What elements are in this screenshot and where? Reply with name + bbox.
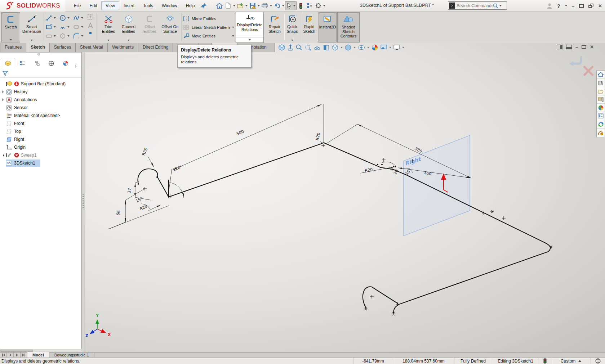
- move-entities-button[interactable]: Move Entities: [183, 32, 234, 40]
- solidworks-forum-icon[interactable]: [597, 120, 605, 129]
- dimension-500[interactable]: 500: [236, 129, 244, 136]
- graphics-viewport[interactable]: Right: [0, 43, 605, 352]
- polygon-tool-button[interactable]: [59, 31, 73, 40]
- tab-direct-editing[interactable]: Direct Editing: [138, 43, 173, 52]
- splitter-grip[interactable]: [83, 194, 84, 209]
- save-caret-icon[interactable]: [258, 5, 260, 6]
- tree-row-3dsketch1[interactable]: 3D 3DSketch1: [0, 159, 81, 167]
- quick-snaps-button[interactable]: Quick Snaps: [285, 12, 299, 42]
- tree-row-right-plane[interactable]: Right: [0, 135, 81, 143]
- search-icon[interactable]: [493, 3, 498, 9]
- file-properties-icon[interactable]: [305, 2, 314, 10]
- rebuild-icon[interactable]: [297, 2, 305, 10]
- linear-pattern-caret-icon[interactable]: [232, 27, 234, 28]
- design-library-icon[interactable]: [597, 79, 605, 87]
- arc-caret-icon[interactable]: [67, 26, 70, 28]
- user-account-icon[interactable]: [547, 3, 552, 9]
- app-close-icon[interactable]: ✕: [598, 3, 602, 9]
- tab-weldments[interactable]: Weldments: [107, 43, 138, 52]
- taskpane-home-icon[interactable]: [597, 71, 605, 79]
- spline-caret-icon[interactable]: [81, 17, 83, 19]
- split-pane-horizontal-icon[interactable]: [566, 45, 572, 49]
- help-icon[interactable]: ?: [557, 3, 560, 9]
- displaymanager-tab[interactable]: [58, 58, 73, 69]
- document-window-controls[interactable]: – ✕: [557, 44, 594, 50]
- zoom-to-fit-icon[interactable]: [278, 44, 285, 51]
- panel-expand-chevron-icon[interactable]: ›: [75, 64, 76, 69]
- propertymanager-tab[interactable]: [15, 58, 30, 69]
- quick-snaps-caret-icon[interactable]: [291, 40, 293, 41]
- menu-insert[interactable]: Insert: [119, 1, 139, 10]
- menu-help[interactable]: Help: [182, 1, 199, 10]
- arc-tool-button[interactable]: [59, 22, 73, 31]
- filter-funnel-icon[interactable]: [2, 71, 8, 76]
- normal-to-icon[interactable]: [287, 44, 294, 51]
- convert-caret-icon[interactable]: [128, 40, 130, 41]
- doc-minimize-icon[interactable]: –: [575, 44, 578, 50]
- model-tab[interactable]: Model: [27, 352, 49, 358]
- featuremanager-tab-bar[interactable]: ›: [0, 57, 81, 69]
- app-restore-icon[interactable]: [579, 4, 584, 8]
- panel-horizontal-scrollbar[interactable]: [0, 349, 82, 352]
- dimension-r26[interactable]: R26: [141, 147, 148, 156]
- line-caret-icon[interactable]: [54, 17, 56, 19]
- cancel-sketch-icon[interactable]: [584, 67, 592, 75]
- dimension-380[interactable]: 380: [414, 146, 423, 154]
- expand-arrow-icon[interactable]: [2, 98, 4, 101]
- dimxpertmanager-tab[interactable]: [44, 58, 58, 69]
- undo-icon[interactable]: [273, 2, 281, 10]
- new-document-caret-icon[interactable]: [233, 5, 235, 6]
- display-delete-relations-button[interactable]: Display/Delete Relations: [236, 12, 264, 43]
- collapse-arrow-icon[interactable]: [1, 154, 4, 156]
- save-icon[interactable]: [248, 2, 257, 10]
- panel-resize-dot[interactable]: [37, 53, 40, 55]
- tree-row-origin[interactable]: Origin: [0, 143, 81, 151]
- home-icon[interactable]: [215, 2, 224, 10]
- menu-edit[interactable]: Edit: [85, 1, 102, 10]
- circle-tool-button[interactable]: [59, 13, 73, 22]
- apply-scene-icon[interactable]: [380, 44, 387, 51]
- heads-up-view-toolbar[interactable]: [278, 44, 404, 51]
- convert-entities-button[interactable]: Convert Entities: [118, 12, 139, 42]
- display-delete-caret-icon[interactable]: [249, 39, 251, 41]
- app-cascade-icon[interactable]: [588, 4, 593, 8]
- tab-sheet-metal[interactable]: Sheet Metal: [75, 43, 108, 52]
- dimension-15deg-left[interactable]: 15°: [135, 196, 143, 203]
- first-tab-button[interactable]: [0, 352, 7, 358]
- dimension-66[interactable]: 66: [116, 210, 121, 216]
- bottom-tab-bar[interactable]: Model Bewegungsstudie 1: [0, 352, 605, 358]
- new-document-icon[interactable]: [224, 2, 232, 10]
- tab-features[interactable]: Features: [0, 43, 26, 52]
- tree-row-top-plane[interactable]: Top: [0, 127, 81, 135]
- sensors-alert-icon[interactable]: [597, 129, 605, 137]
- open-document-icon[interactable]: [236, 2, 245, 10]
- hide-show-caret-icon[interactable]: [367, 47, 369, 48]
- sketch-text-icon[interactable]: [88, 22, 93, 29]
- menu-file[interactable]: File: [70, 1, 85, 10]
- view-orientation-caret-icon[interactable]: [341, 47, 343, 48]
- tree-row-history[interactable]: History: [0, 88, 81, 96]
- configurationmanager-tab[interactable]: [30, 58, 44, 69]
- scrollbar-thumb[interactable]: [0, 350, 33, 352]
- search-caret-icon[interactable]: [499, 5, 502, 6]
- previous-view-icon[interactable]: [313, 44, 321, 51]
- circle-caret-icon[interactable]: [67, 17, 70, 19]
- task-pane-strip[interactable]: [596, 70, 605, 137]
- view-palette-icon[interactable]: [597, 95, 605, 104]
- search-scope-icon[interactable]: >: [449, 3, 455, 9]
- edit-appearance-icon[interactable]: [371, 44, 378, 51]
- status-rebuild-icon[interactable]: [539, 358, 551, 364]
- search-commands-input[interactable]: [457, 3, 493, 8]
- box-select-icon[interactable]: [87, 14, 94, 20]
- hide-show-items-icon[interactable]: [357, 44, 365, 51]
- exit-sketch-icon[interactable]: [572, 56, 581, 64]
- view-orientation-icon[interactable]: [332, 44, 339, 51]
- select-tool-button[interactable]: [285, 1, 297, 10]
- expand-arrow-icon[interactable]: [2, 90, 4, 93]
- open-document-caret-icon[interactable]: [245, 5, 248, 6]
- tree-row-sweep1[interactable]: Sweep1: [0, 151, 81, 159]
- tree-row-front-plane[interactable]: Front: [0, 120, 81, 127]
- ellipse-tool-button[interactable]: [73, 22, 86, 31]
- polygon-caret-icon[interactable]: [67, 35, 70, 37]
- offset-on-surface-button[interactable]: Offset On Surface: [160, 12, 180, 42]
